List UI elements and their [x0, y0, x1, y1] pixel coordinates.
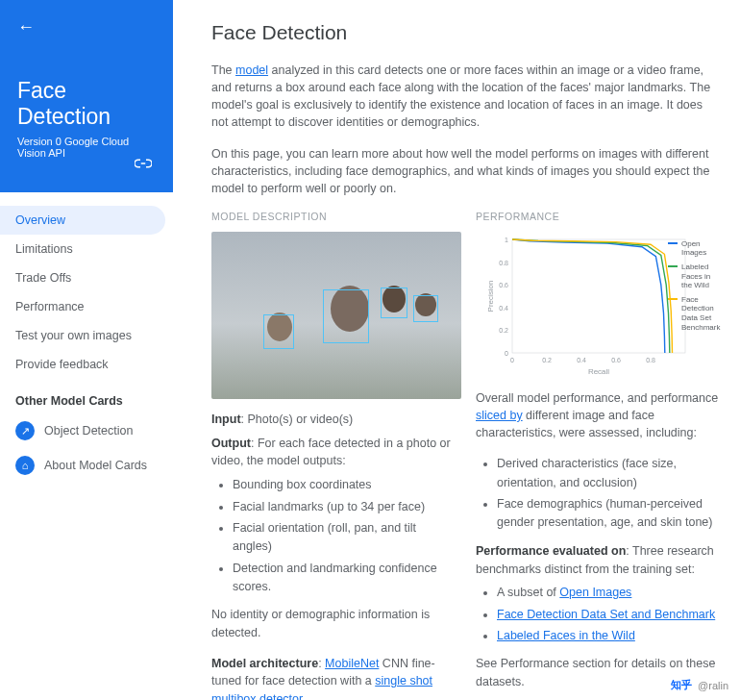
mobilenet-link[interactable]: MobileNet [325, 657, 379, 670]
svg-text:Precision: Precision [486, 280, 495, 312]
list-item: A subset of Open Images [497, 584, 721, 602]
face-bounding-box [263, 314, 294, 349]
nav-item-performance[interactable]: Performance [0, 292, 165, 321]
main-content: Face Detection The model analyzed in thi… [173, 0, 740, 700]
nav-item-provide-feedback[interactable]: Provide feedback [0, 350, 165, 379]
other-card-object-detection[interactable]: ↗Object Detection [0, 413, 173, 448]
card-icon: ⌂ [15, 456, 35, 475]
face-bounding-box [381, 288, 407, 318]
zhihu-logo-icon: 知乎 [671, 678, 692, 692]
svg-text:0.8: 0.8 [646, 357, 655, 363]
performance-label: PERFORMANCE [476, 211, 721, 222]
benchmark-link[interactable]: Open Images [559, 586, 631, 599]
nav-item-trade-offs[interactable]: Trade Offs [0, 263, 165, 292]
svg-text:0: 0 [510, 357, 514, 363]
intro-paragraph-2: On this page, you can learn more about h… [211, 145, 721, 197]
output-list: Bounding box coordinatesFacial landmarks… [211, 476, 456, 596]
svg-text:0.2: 0.2 [542, 357, 552, 363]
other-model-cards-header: Other Model Cards [0, 379, 173, 413]
list-item: Face demographics (human-perceived gende… [497, 495, 721, 533]
sidebar-nav: OverviewLimitationsTrade OffsPerformance… [0, 192, 173, 379]
nav-item-overview[interactable]: Overview [0, 206, 165, 235]
svg-rect-0 [512, 239, 685, 353]
model-architecture-row: Model architecture: MobileNet CNN fine-t… [211, 655, 456, 700]
svg-text:0.4: 0.4 [577, 357, 586, 363]
evaluated-on-row: Performance evaluated on: Three research… [476, 542, 721, 579]
performance-column: PERFORMANCE 00.20.40.60.800.20.40.60.81R… [476, 211, 721, 700]
svg-text:0.4: 0.4 [499, 305, 508, 312]
benchmark-link[interactable]: Labeled Faces in the Wild [497, 629, 635, 642]
sample-image [211, 232, 461, 399]
svg-text:0: 0 [505, 350, 508, 357]
card-icon: ↗ [15, 421, 35, 440]
sidebar: ← Face Detection Version 0 Google Cloud … [0, 0, 173, 700]
sidebar-title: Face Detection [17, 78, 156, 130]
watermark: 知乎 @ralin [671, 678, 728, 692]
svg-text:0.6: 0.6 [499, 282, 508, 288]
model-description-label: MODEL DESCRIPTION [211, 211, 456, 222]
chart-legend: Open ImagesLabeled Faces in the WildFace… [668, 239, 722, 337]
overall-performance-text: Overall model performance, and performan… [476, 389, 721, 441]
precision-recall-chart: 00.20.40.60.800.20.40.60.81RecallPrecisi… [483, 232, 695, 376]
output-row: Output: For each face detected in a phot… [211, 435, 456, 471]
svg-text:1: 1 [505, 237, 508, 243]
svg-text:0.2: 0.2 [499, 327, 508, 334]
no-identity-note: No identity or demographic information i… [211, 606, 456, 640]
svg-text:0.8: 0.8 [499, 259, 508, 265]
face-bounding-box [413, 295, 438, 322]
other-card-about-model-cards[interactable]: ⌂About Model Cards [0, 448, 173, 483]
list-item: Derived characteristics (face size, orie… [497, 455, 721, 492]
intro-paragraph-1: The model analyzed in this card detects … [211, 62, 721, 132]
back-arrow-icon[interactable]: ← [17, 17, 35, 38]
sidebar-header: ← Face Detection Version 0 Google Cloud … [0, 0, 173, 192]
svg-text:Recall: Recall [588, 367, 609, 376]
svg-text:0.6: 0.6 [611, 357, 621, 363]
link-icon[interactable] [135, 155, 152, 171]
list-item: Face Detection Data Set and Benchmark [497, 606, 721, 624]
benchmarks-list: A subset of Open ImagesFace Detection Da… [476, 584, 721, 645]
face-bounding-box [323, 289, 369, 343]
model-link[interactable]: model [235, 63, 268, 77]
nav-item-test-your-own-images[interactable]: Test your own images [0, 321, 165, 350]
sliced-by-link[interactable]: sliced by [476, 409, 523, 422]
benchmark-link[interactable]: Face Detection Data Set and Benchmark [497, 608, 715, 621]
list-item: Labeled Faces in the Wild [497, 627, 721, 645]
model-description-column: MODEL DESCRIPTION Input: Photo(s) or vid… [211, 211, 456, 700]
list-item: Facial landmarks (up to 34 per face) [233, 498, 456, 516]
input-row: Input: Photo(s) or video(s) [211, 411, 456, 429]
characteristics-list: Derived characteristics (face size, orie… [476, 455, 721, 533]
list-item: Detection and landmarking confidence sco… [233, 560, 456, 597]
list-item: Facial orientation (roll, pan, and tilt … [233, 519, 456, 557]
nav-item-limitations[interactable]: Limitations [0, 235, 165, 263]
list-item: Bounding box coordinates [233, 476, 456, 494]
page-title: Face Detection [211, 21, 721, 44]
